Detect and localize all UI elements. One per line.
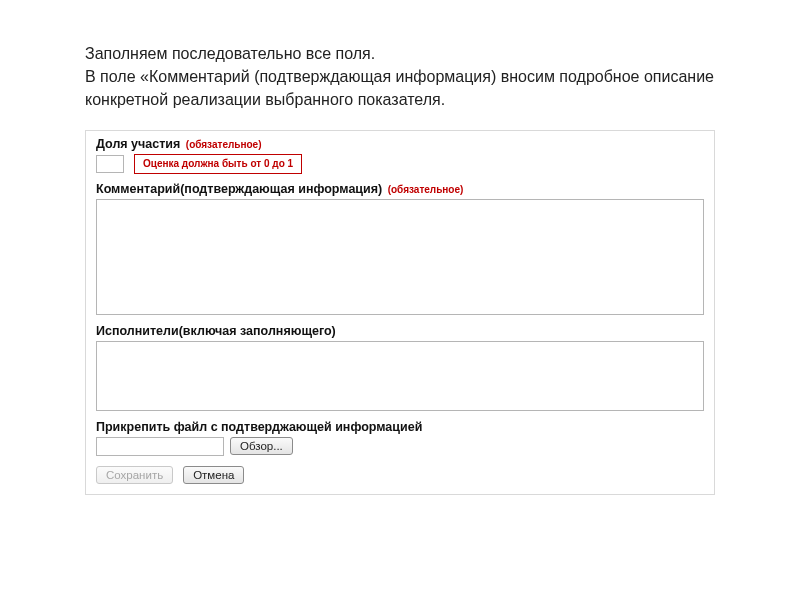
save-button: Сохранить — [96, 466, 173, 484]
share-warning: Оценка должна быть от 0 до 1 — [134, 154, 302, 174]
share-row: Оценка должна быть от 0 до 1 — [96, 154, 704, 174]
attach-field-block: Прикрепить файл с подтверджающей информа… — [96, 420, 704, 456]
share-required-text: (обязательное) — [186, 139, 262, 150]
attach-label: Прикрепить файл с подтверджающей информа… — [96, 420, 704, 434]
instruction-text: Заполняем последовательно все поля. В по… — [85, 42, 715, 112]
comment-label: Комментарий(подтверждающая информация) (… — [96, 182, 704, 196]
share-input[interactable] — [96, 155, 124, 173]
cancel-button[interactable]: Отмена — [183, 466, 244, 484]
share-field-block: Доля участия (обязательное) Оценка должн… — [96, 137, 704, 174]
file-row: Обзор... — [96, 437, 704, 456]
file-path-input[interactable] — [96, 437, 224, 456]
performers-field-block: Исполнители(включая заполняющего) — [96, 324, 704, 414]
button-row: Сохранить Отмена — [96, 466, 704, 484]
performers-textarea[interactable] — [96, 341, 704, 411]
comment-field-block: Комментарий(подтверждающая информация) (… — [96, 182, 704, 318]
performers-label: Исполнители(включая заполняющего) — [96, 324, 704, 338]
comment-required-text: (обязательное) — [388, 184, 464, 195]
share-label-text: Доля участия — [96, 137, 180, 151]
comment-label-text: Комментарий(подтверждающая информация) — [96, 182, 382, 196]
share-label: Доля участия (обязательное) — [96, 137, 704, 151]
form-container: Доля участия (обязательное) Оценка должн… — [85, 130, 715, 495]
browse-button[interactable]: Обзор... — [230, 437, 293, 455]
comment-textarea[interactable] — [96, 199, 704, 315]
